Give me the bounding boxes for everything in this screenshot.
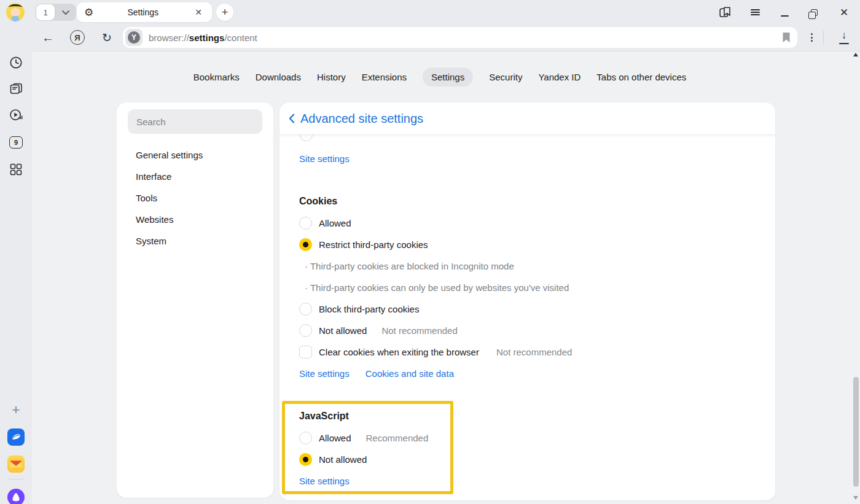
more-options-icon[interactable]: [807, 31, 816, 44]
nav-tab-security[interactable]: Security: [489, 68, 522, 87]
option-label: Not allowed: [319, 454, 367, 465]
radio-cookies-allowed[interactable]: [299, 217, 312, 230]
recommended-badge: Recommended: [366, 433, 429, 443]
new-tab-button[interactable]: +: [216, 4, 233, 21]
radio-javascript-not-allowed[interactable]: [299, 453, 312, 466]
media-play-icon[interactable]: [9, 108, 23, 123]
cookies-option-row: Allowed: [299, 215, 351, 230]
site-settings-link[interactable]: Site settings: [299, 476, 350, 486]
option-label: Restrict third-party cookies: [319, 239, 428, 250]
nav-tab-extensions[interactable]: Extensions: [362, 68, 407, 87]
browser-chrome: 1 ⚙ Settings ✕ + ✕ ← Я ↻ Y browser://set…: [0, 0, 860, 52]
add-panel-icon[interactable]: +: [9, 403, 23, 417]
panel-header: Advanced site settings: [280, 103, 775, 134]
search-input[interactable]: [128, 109, 262, 134]
menu-icon[interactable]: [746, 5, 764, 20]
not-recommended-badge: Not recommended: [496, 347, 572, 357]
url-path: /content: [224, 33, 257, 43]
back-chevron-icon[interactable]: [289, 114, 295, 123]
url-host: settings: [189, 33, 225, 43]
nav-tab-settings[interactable]: Settings: [423, 68, 473, 87]
cookies-note: · Third-party cookies can only be used b…: [305, 280, 569, 295]
url-text: browser://settings/content: [149, 33, 781, 43]
cookies-option-row: Restrict third-party cookies: [299, 237, 428, 252]
nav-tab-history[interactable]: History: [317, 68, 346, 87]
page-title[interactable]: Advanced site settings: [300, 112, 423, 126]
checkbox-clear-cookies-on-exit[interactable]: [299, 346, 312, 359]
advanced-site-settings-panel: Advanced site settings Site settings Coo…: [280, 103, 775, 500]
cookies-option-row: Block third-party cookies: [299, 301, 419, 316]
nav-tab-yandex-id[interactable]: Yandex ID: [538, 68, 580, 87]
url-prefix: browser://: [149, 33, 189, 43]
browser-tab-settings[interactable]: ⚙ Settings ✕: [77, 2, 212, 22]
tab-close-icon[interactable]: ✕: [192, 6, 205, 18]
sidebar-item-system[interactable]: System: [136, 235, 166, 247]
reload-button[interactable]: ↻: [98, 29, 115, 45]
settings-menu-panel: General settings Interface Tools Website…: [117, 103, 273, 498]
gear-icon: ⚙: [84, 7, 93, 18]
side-panel-icon[interactable]: [716, 5, 733, 20]
downloads-icon[interactable]: ↓: [838, 29, 850, 45]
maximize-button[interactable]: [805, 5, 823, 20]
nav-tab-downloads[interactable]: Downloads: [256, 68, 301, 87]
yandex-mail-icon[interactable]: [7, 456, 25, 473]
alice-assistant-icon[interactable]: [7, 489, 25, 504]
tab-counter[interactable]: 1: [36, 4, 55, 21]
tab-title: Settings: [93, 7, 192, 17]
radio-block-third-party[interactable]: [299, 303, 312, 316]
rail-divider: [8, 479, 24, 479]
feed-icon[interactable]: [9, 81, 23, 96]
top-site-settings-link-row: Site settings: [299, 151, 350, 166]
not-recommended-badge: Not recommended: [381, 325, 457, 336]
sidebar-item-websites[interactable]: Websites: [136, 214, 173, 226]
radio-javascript-allowed[interactable]: [299, 432, 312, 444]
javascript-section-title: JavaScript: [299, 409, 349, 424]
tab-box-count: 9: [9, 136, 23, 149]
option-label: Clear cookies when exiting the browser: [319, 347, 479, 357]
option-label: Allowed: [319, 218, 351, 228]
sidebar-item-interface[interactable]: Interface: [136, 171, 171, 183]
chevron-down-icon[interactable]: [55, 10, 76, 15]
protect-shield-icon[interactable]: Y: [125, 29, 143, 46]
sidebar-item-general[interactable]: General settings: [136, 149, 203, 161]
history-clock-icon[interactable]: [9, 55, 23, 70]
settings-nav-tabs: Bookmarks Downloads History Extensions S…: [32, 66, 848, 87]
cookies-option-row: Not allowed Not recommended: [299, 323, 458, 338]
cookies-and-site-data-link[interactable]: Cookies and site data: [366, 368, 454, 379]
address-bar[interactable]: Y browser://settings/content: [123, 27, 797, 48]
site-settings-link[interactable]: Site settings: [299, 368, 350, 379]
option-label: Block third-party cookies: [319, 304, 419, 314]
cookies-section-title: Cookies: [299, 194, 337, 209]
scroll-up-arrow[interactable]: [853, 53, 858, 56]
close-window-button[interactable]: ✕: [835, 5, 853, 20]
nav-tab-other-devices[interactable]: Tabs on other devices: [596, 68, 686, 87]
cookies-option-row: Clear cookies when exiting the browser N…: [299, 344, 572, 359]
javascript-option-row: Allowed Recommended: [299, 430, 428, 445]
minimize-button[interactable]: [776, 5, 793, 20]
yandex-home-button[interactable]: Я: [70, 30, 85, 45]
profile-avatar[interactable]: [6, 3, 25, 21]
cookies-links-row: Site settings Cookies and site data: [299, 366, 454, 381]
browser-window: 1 ⚙ Settings ✕ + ✕ ← Я ↻ Y browser://set…: [0, 0, 860, 504]
apps-grid-icon[interactable]: [9, 162, 23, 177]
scroll-down-arrow[interactable]: [853, 496, 858, 500]
bookmark-icon[interactable]: [781, 32, 791, 43]
radio-cookies-not-allowed[interactable]: [299, 324, 312, 337]
yandex-disk-icon[interactable]: [7, 428, 25, 446]
option-label: Allowed: [319, 433, 351, 443]
radio-restrict-third-party[interactable]: [299, 238, 312, 251]
site-settings-link[interactable]: Site settings: [299, 153, 350, 164]
toolbar-divider: [823, 31, 824, 44]
back-button[interactable]: ←: [39, 29, 57, 45]
left-rail: 9 + •••: [0, 25, 32, 504]
tab-group-control[interactable]: 1: [36, 4, 76, 21]
nav-tab-bookmarks[interactable]: Bookmarks: [194, 68, 240, 87]
sidebar-item-tools[interactable]: Tools: [136, 192, 157, 204]
avatar-art: [10, 8, 20, 17]
avatar-art: [12, 16, 19, 21]
tab-box-icon[interactable]: 9: [9, 135, 23, 150]
javascript-option-row: Not allowed: [299, 452, 367, 467]
option-label: Not allowed: [319, 325, 367, 336]
scrollbar-thumb[interactable]: [853, 377, 859, 487]
javascript-links-row: Site settings: [299, 473, 350, 488]
